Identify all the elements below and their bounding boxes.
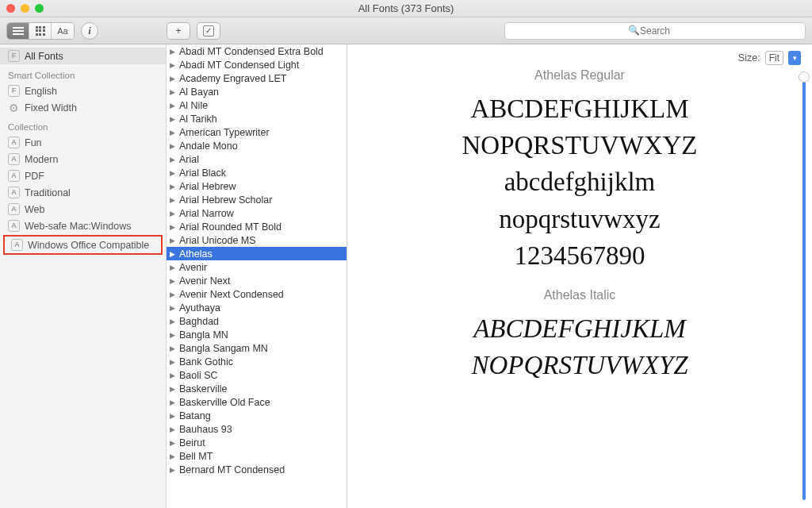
disclosure-triangle-icon[interactable]: ▶ — [170, 291, 178, 298]
font-list-item[interactable]: ▶Arial Rounded MT Bold — [167, 220, 347, 233]
disclosure-triangle-icon[interactable]: ▶ — [170, 412, 178, 420]
disclosure-triangle-icon[interactable]: ▶ — [170, 102, 178, 110]
disclosure-triangle-icon[interactable]: ▶ — [170, 425, 178, 433]
font-list-item[interactable]: ▶Abadi MT Condensed Light — [167, 58, 347, 71]
font-name-label: Baskerville Old Face — [179, 397, 270, 408]
validate-button[interactable]: ✓ — [197, 22, 220, 40]
font-list-item[interactable]: ▶Avenir — [167, 260, 347, 274]
disclosure-triangle-icon[interactable]: ▶ — [170, 156, 178, 164]
gear-icon: ⚙ — [8, 102, 20, 114]
disclosure-triangle-icon[interactable]: ▶ — [170, 277, 178, 285]
sidebar-header-smart: Smart Collection — [0, 64, 166, 83]
disclosure-triangle-icon[interactable]: ▶ — [170, 88, 178, 96]
sample-view-button[interactable]: Aa — [52, 23, 74, 39]
size-slider-track[interactable] — [802, 73, 806, 500]
font-list-item[interactable]: ▶Baoli SC — [167, 368, 347, 382]
disclosure-triangle-icon[interactable]: ▶ — [170, 371, 178, 379]
disclosure-triangle-icon[interactable]: ▶ — [170, 223, 178, 231]
info-button[interactable]: i — [81, 22, 98, 40]
sidebar-item-fun[interactable]: AFun — [0, 134, 166, 151]
smart-collection-icon: F — [8, 85, 20, 97]
font-list-item[interactable]: ▶Baghdad — [167, 314, 347, 328]
font-list-item[interactable]: ▶Bank Gothic — [167, 355, 347, 368]
font-list-item[interactable]: ▶Ayuthaya — [167, 301, 347, 314]
font-list-item[interactable]: ▶Beirut — [167, 436, 347, 449]
sidebar-item-pdf[interactable]: APDF — [0, 167, 166, 184]
disclosure-triangle-icon[interactable]: ▶ — [170, 196, 178, 204]
preview-style-title: Athelas Regular — [370, 68, 790, 83]
font-list-item[interactable]: ▶Avenir Next — [167, 274, 347, 287]
font-list-item[interactable]: ▶Bernard MT Condensed — [167, 463, 347, 476]
disclosure-triangle-icon[interactable]: ▶ — [170, 61, 178, 69]
minimize-window-button[interactable] — [21, 4, 29, 13]
disclosure-triangle-icon[interactable]: ▶ — [170, 237, 178, 244]
disclosure-triangle-icon[interactable]: ▶ — [170, 344, 178, 352]
disclosure-triangle-icon[interactable]: ▶ — [170, 250, 178, 258]
font-list-item[interactable]: ▶Bell MT — [167, 449, 347, 463]
font-list-item[interactable]: ▶Al Nile — [167, 98, 347, 112]
disclosure-triangle-icon[interactable]: ▶ — [170, 48, 178, 56]
sidebar-item-english[interactable]: F English — [0, 83, 166, 99]
sidebar-item-windows-office[interactable]: AWindows Office Compatible — [6, 238, 159, 252]
plus-icon: + — [175, 25, 182, 37]
font-list-item[interactable]: ▶Bauhaus 93 — [167, 422, 347, 436]
font-list-item[interactable]: ▶Bangla Sangam MN — [167, 341, 347, 355]
disclosure-triangle-icon[interactable]: ▶ — [170, 466, 178, 474]
size-slider-thumb[interactable] — [799, 71, 810, 83]
search-input[interactable] — [504, 22, 806, 40]
disclosure-triangle-icon[interactable]: ▶ — [170, 385, 178, 393]
disclosure-triangle-icon[interactable]: ▶ — [170, 318, 178, 325]
close-window-button[interactable] — [6, 4, 15, 13]
disclosure-triangle-icon[interactable]: ▶ — [170, 331, 178, 339]
sidebar-item-web-safe[interactable]: AWeb-safe Mac:Windows — [0, 217, 166, 234]
sidebar-item-web[interactable]: AWeb — [0, 201, 166, 217]
disclosure-triangle-icon[interactable]: ▶ — [170, 210, 178, 217]
disclosure-triangle-icon[interactable]: ▶ — [170, 264, 178, 271]
font-list-item[interactable]: ▶Bangla MN — [167, 328, 347, 341]
font-list-item[interactable]: ▶Arial Narrow — [167, 206, 347, 220]
font-list-item[interactable]: ▶Arial Unicode MS — [167, 233, 347, 247]
font-list-item[interactable]: ▶Batang — [167, 409, 347, 422]
font-list-item[interactable]: ▶Arial Hebrew — [167, 179, 347, 193]
font-list-item[interactable]: ▶Abadi MT Condensed Extra Bold — [167, 44, 347, 58]
list-view-button[interactable] — [7, 23, 29, 39]
grid-view-button[interactable] — [29, 23, 52, 39]
font-list-item[interactable]: ▶Arial Hebrew Scholar — [167, 193, 347, 206]
size-select[interactable]: Fit — [765, 51, 783, 65]
disclosure-triangle-icon[interactable]: ▶ — [170, 304, 178, 312]
font-list-item[interactable]: ▶Baskerville — [167, 382, 347, 395]
disclosure-triangle-icon[interactable]: ▶ — [170, 452, 178, 460]
font-list-item[interactable]: ▶Al Bayan — [167, 85, 347, 98]
size-dropdown-button[interactable]: ▾ — [788, 51, 801, 65]
sidebar-item-all-fonts[interactable]: F All Fonts — [0, 48, 166, 64]
font-list-item[interactable]: ▶Avenir Next Condensed — [167, 287, 347, 301]
disclosure-triangle-icon[interactable]: ▶ — [170, 439, 178, 447]
font-list[interactable]: ▶Abadi MT Condensed Extra Bold▶Abadi MT … — [167, 44, 347, 508]
font-list-item[interactable]: ▶American Typewriter — [167, 125, 347, 139]
sidebar-header-collection: Collection — [0, 116, 166, 134]
sidebar-item-label: Modern — [25, 154, 58, 165]
preview-upper-1: ABCDEFGHIJKLM — [370, 90, 790, 127]
add-button[interactable]: + — [167, 22, 190, 40]
font-list-item[interactable]: ▶Academy Engraved LET — [167, 71, 347, 85]
font-list-item[interactable]: ▶Andale Mono — [167, 139, 347, 152]
font-list-item[interactable]: ▶Arial — [167, 152, 347, 166]
sidebar-item-modern[interactable]: AModern — [0, 151, 166, 167]
disclosure-triangle-icon[interactable]: ▶ — [170, 398, 178, 406]
zoom-window-button[interactable] — [35, 4, 44, 13]
sidebar-item-traditional[interactable]: ATraditional — [0, 184, 166, 201]
font-list-item[interactable]: ▶Arial Black — [167, 166, 347, 179]
font-list-item[interactable]: ▶Al Tarikh — [167, 112, 347, 125]
disclosure-triangle-icon[interactable]: ▶ — [170, 129, 178, 137]
preview-style-title: Athelas Italic — [370, 288, 790, 302]
font-name-label: Academy Engraved LET — [179, 73, 287, 84]
disclosure-triangle-icon[interactable]: ▶ — [170, 142, 178, 150]
disclosure-triangle-icon[interactable]: ▶ — [170, 169, 178, 177]
sidebar-item-fixed-width[interactable]: ⚙ Fixed Width — [0, 99, 166, 116]
font-list-item[interactable]: ▶Baskerville Old Face — [167, 395, 347, 409]
font-list-item[interactable]: ▶Athelas — [167, 247, 347, 260]
disclosure-triangle-icon[interactable]: ▶ — [170, 115, 178, 123]
disclosure-triangle-icon[interactable]: ▶ — [170, 75, 178, 83]
disclosure-triangle-icon[interactable]: ▶ — [170, 358, 178, 366]
disclosure-triangle-icon[interactable]: ▶ — [170, 183, 178, 190]
